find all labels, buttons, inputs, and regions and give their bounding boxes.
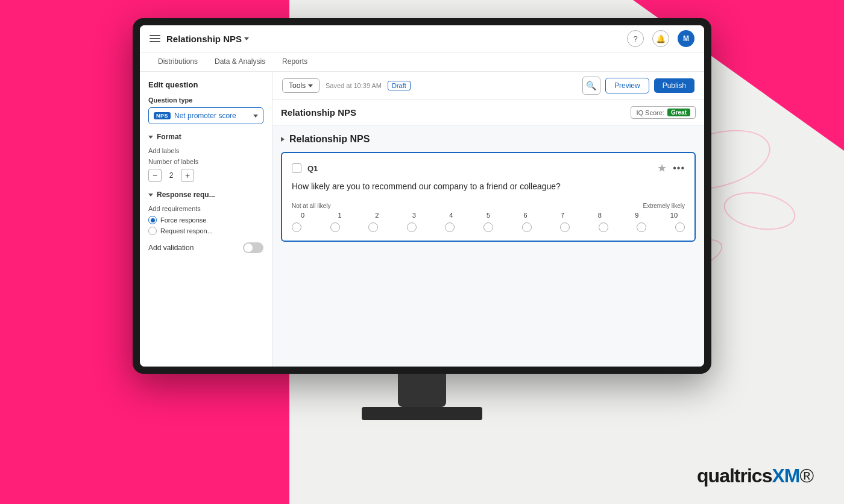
question-type-chevron: [253, 115, 258, 118]
force-response-radio[interactable]: [148, 216, 157, 224]
stepper-plus[interactable]: +: [181, 169, 194, 182]
nps-radio-7[interactable]: [560, 222, 570, 232]
notification-icon[interactable]: 🔔: [652, 30, 669, 47]
add-validation-row: Add validation: [148, 242, 263, 253]
monitor-wrapper: Relationship NPS ? 🔔 M Distributions Dat…: [133, 18, 711, 420]
question-card-header: Q1 ★ •••: [292, 162, 685, 175]
nps-radio-1[interactable]: [330, 222, 340, 232]
format-section-header[interactable]: Format: [148, 133, 263, 141]
nps-radio-8[interactable]: [599, 222, 608, 232]
add-req-label: Add requirements: [148, 205, 263, 212]
publish-button[interactable]: Publish: [654, 78, 694, 93]
toolbar-left: Tools Saved at 10:39 AM Draft: [282, 78, 411, 93]
survey-title-text: Relationship NPS: [166, 34, 242, 44]
nps-num-2: 2: [366, 212, 388, 219]
toolbar: Tools Saved at 10:39 AM Draft 🔍 Preview …: [272, 72, 704, 100]
more-options-icon[interactable]: •••: [673, 163, 685, 174]
edit-question-title: Edit question: [148, 80, 263, 89]
help-icon[interactable]: ?: [627, 30, 644, 47]
response-req-title: Response requ...: [157, 191, 215, 199]
preview-button[interactable]: Preview: [605, 78, 649, 93]
nps-radio-9[interactable]: [637, 222, 646, 232]
format-section-title: Format: [157, 133, 181, 141]
nps-radio-10[interactable]: [675, 222, 685, 232]
nps-labels-row: Not at all likely Extremely likely: [292, 203, 685, 209]
stepper-value: 2: [166, 171, 176, 180]
draft-badge: Draft: [388, 81, 411, 90]
response-req-header[interactable]: Response requ...: [148, 191, 263, 199]
section-name: Relationship NPS: [289, 134, 370, 145]
qualtrics-brand: qualtrics XM ®: [697, 465, 814, 487]
request-response-option[interactable]: Request respon...: [148, 227, 263, 235]
question-checkbox[interactable]: [292, 163, 301, 173]
question-card-left: Q1: [292, 163, 318, 173]
nps-num-7: 7: [552, 212, 573, 219]
question-card: Q1 ★ ••• How likely are you to recommend…: [281, 152, 696, 242]
survey-content: Relationship NPS Q1 ★: [272, 125, 704, 250]
app-window: Relationship NPS ? 🔔 M Distributions Dat…: [140, 25, 704, 367]
tab-distributions[interactable]: Distributions: [150, 52, 206, 72]
nps-num-9: 9: [626, 212, 647, 219]
force-response-label: Force response: [160, 216, 206, 224]
header-right: ? 🔔 M: [627, 30, 694, 47]
menu-icon[interactable]: [150, 35, 160, 42]
question-id: Q1: [307, 164, 318, 173]
question-actions: ★ •••: [657, 162, 685, 175]
nps-right-label: Extremely likely: [643, 203, 685, 209]
section-collapse-icon: [281, 137, 285, 142]
nps-numbers-row: 0 1 2 3 4 5 6 7 8 9: [292, 212, 685, 219]
monitor-stand-neck: [398, 374, 446, 407]
force-response-option[interactable]: Force response: [148, 216, 263, 224]
nps-num-5: 5: [477, 212, 499, 219]
num-labels-label: Number of labels: [148, 158, 263, 165]
add-labels-label: Add labels: [148, 147, 263, 154]
chevron-down-icon: [244, 37, 249, 40]
stepper: − 2 +: [148, 169, 263, 182]
add-validation-label: Add validation: [148, 244, 194, 252]
nps-radio-2[interactable]: [368, 222, 378, 232]
request-response-radio[interactable]: [148, 227, 157, 235]
validation-toggle[interactable]: [243, 242, 263, 253]
nps-radio-3[interactable]: [407, 222, 417, 232]
qualtrics-text: qualtrics: [697, 465, 772, 487]
app-header: Relationship NPS ? 🔔 M: [140, 25, 704, 52]
header-left: Relationship NPS: [150, 34, 249, 44]
nps-radio-4[interactable]: [445, 222, 455, 232]
nps-radio-6[interactable]: [522, 222, 532, 232]
tab-data-analysis[interactable]: Data & Analysis: [206, 52, 274, 72]
nps-num-0: 0: [292, 212, 313, 219]
nps-num-6: 6: [515, 212, 537, 219]
monitor-stand-base: [362, 407, 482, 420]
tools-label: Tools: [289, 81, 306, 90]
survey-title-header[interactable]: Relationship NPS: [166, 34, 249, 44]
nav-tabs: Distributions Data & Analysis Reports: [140, 52, 704, 72]
nps-radios-row: [292, 222, 685, 232]
survey-name: Relationship NPS: [281, 107, 356, 118]
xm-text: XM: [772, 465, 799, 487]
right-panel: Tools Saved at 10:39 AM Draft 🔍 Preview …: [272, 72, 704, 367]
avatar[interactable]: M: [678, 30, 694, 47]
tools-chevron: [308, 84, 313, 87]
nps-radio-5[interactable]: [483, 222, 493, 232]
tools-button[interactable]: Tools: [282, 78, 320, 93]
nps-num-8: 8: [589, 212, 611, 219]
iq-score-label: IQ Score:: [636, 109, 664, 116]
question-type-selector[interactable]: NPS Net promoter score: [148, 107, 263, 124]
format-collapse-arrow: [148, 136, 153, 139]
saved-text: Saved at 10:39 AM: [326, 82, 382, 89]
great-badge: Great: [667, 109, 690, 116]
monitor-screen: Relationship NPS ? 🔔 M Distributions Dat…: [133, 18, 711, 374]
search-button[interactable]: 🔍: [582, 77, 600, 95]
toolbar-right: 🔍 Preview Publish: [582, 77, 694, 95]
nps-badge: NPS: [154, 112, 171, 119]
tab-reports[interactable]: Reports: [274, 52, 316, 72]
question-text: How likely are you to recommend our comp…: [292, 181, 685, 193]
response-req-arrow: [148, 194, 153, 197]
stepper-minus[interactable]: −: [148, 169, 162, 182]
nps-left-label: Not at all likely: [292, 203, 330, 209]
left-panel: Edit question Question type NPS Net prom…: [140, 72, 272, 367]
nps-radio-0[interactable]: [292, 222, 301, 232]
star-icon[interactable]: ★: [657, 162, 667, 175]
main-content: Edit question Question type NPS Net prom…: [140, 72, 704, 367]
nps-scale: Not at all likely Extremely likely 0 1 2…: [292, 203, 685, 232]
